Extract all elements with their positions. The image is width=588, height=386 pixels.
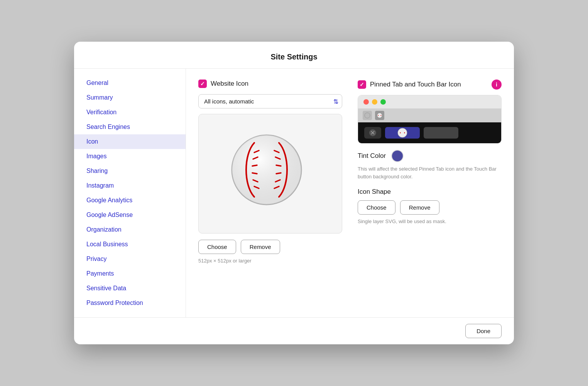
sidebar-item-google-adsense[interactable]: Google AdSense <box>74 208 186 222</box>
icon-buttons-row: Choose Remove <box>198 240 342 254</box>
remove-icon-button[interactable]: Remove <box>241 240 280 254</box>
browser-preview <box>358 95 502 144</box>
tint-color-picker[interactable] <box>391 150 404 162</box>
browser-titlebar <box>358 95 501 108</box>
sidebar-item-privacy[interactable]: Privacy <box>74 252 186 266</box>
icon-size-hint: 512px × 512px or larger <box>198 258 342 264</box>
sidebar-item-sharing[interactable]: Sharing <box>74 164 186 178</box>
touchbar-close-btn <box>364 127 381 139</box>
tint-color-label: Tint Color <box>358 152 386 160</box>
traffic-light-yellow <box>372 99 377 105</box>
baseball-icon <box>228 131 313 216</box>
traffic-light-red <box>363 99 369 105</box>
choose-shape-button[interactable]: Choose <box>358 200 395 215</box>
svg-line-5 <box>252 173 257 174</box>
touchbar-empty-btn <box>424 127 458 139</box>
shape-hint-text: Single layer SVG, will be used as mask. <box>358 218 502 224</box>
sidebar-item-images[interactable]: Images <box>74 149 186 164</box>
browser-tabs-bar <box>358 108 501 122</box>
svg-point-19 <box>398 128 407 137</box>
icon-shape-title: Icon Shape <box>358 188 502 196</box>
modal-body: General Summary Verification Search Engi… <box>74 69 514 317</box>
svg-line-10 <box>276 165 281 166</box>
remove-shape-button[interactable]: Remove <box>400 200 439 215</box>
shape-buttons-row: Choose Remove <box>358 200 502 215</box>
pinned-tab-checkbox[interactable] <box>358 80 366 89</box>
sidebar: General Summary Verification Search Engi… <box>74 69 186 317</box>
sidebar-item-instagram[interactable]: Instagram <box>74 178 186 193</box>
sidebar-item-organization[interactable]: Organization <box>74 222 186 237</box>
choose-icon-button[interactable]: Choose <box>198 240 236 254</box>
left-panel: Website Icon All icons, automatic Favico… <box>198 80 342 306</box>
sidebar-item-password-protection[interactable]: Password Protection <box>74 296 186 310</box>
svg-point-1 <box>232 135 301 205</box>
right-panel: Pinned Tab and Touch Bar Icon i <box>358 80 502 306</box>
tint-color-description: This will affect the selected Pinned Tab… <box>358 165 502 180</box>
svg-point-15 <box>377 113 382 118</box>
pinned-tab-icon-1 <box>363 111 372 120</box>
pinned-tab-icon-2 <box>375 111 384 120</box>
website-icon-title: Website Icon <box>211 80 248 88</box>
icon-preview-area <box>198 114 342 234</box>
sidebar-item-summary[interactable]: Summary <box>74 90 186 105</box>
modal-footer: Done <box>74 317 514 344</box>
sidebar-item-search-engines[interactable]: Search Engines <box>74 120 186 134</box>
done-button[interactable]: Done <box>465 324 502 338</box>
pinned-tab-title: Pinned Tab and Touch Bar Icon <box>370 81 461 88</box>
icon-select[interactable]: All icons, automatic Favicon only Custom <box>198 94 342 108</box>
sidebar-item-sensitive-data[interactable]: Sensitive Data <box>74 281 186 296</box>
svg-line-11 <box>276 173 281 174</box>
sidebar-item-verification[interactable]: Verification <box>74 105 186 120</box>
pinned-tab-header: Pinned Tab and Touch Bar Icon i <box>358 80 502 90</box>
website-icon-checkbox[interactable] <box>198 80 207 88</box>
svg-point-14 <box>365 113 370 118</box>
sidebar-item-general[interactable]: General <box>74 76 186 90</box>
info-button[interactable]: i <box>492 80 502 90</box>
sidebar-item-payments[interactable]: Payments <box>74 266 186 281</box>
sidebar-item-google-analytics[interactable]: Google Analytics <box>74 193 186 208</box>
website-icon-header: Website Icon <box>198 80 342 88</box>
traffic-light-green <box>380 99 386 105</box>
sidebar-item-icon[interactable]: Icon <box>74 134 186 149</box>
main-content: Website Icon All icons, automatic Favico… <box>186 69 514 317</box>
sidebar-item-local-business[interactable]: Local Business <box>74 237 186 252</box>
touchbar-active-btn <box>385 127 420 139</box>
site-settings-modal: Site Settings General Summary Verificati… <box>74 42 514 344</box>
tint-color-row: Tint Color <box>358 150 502 162</box>
svg-line-4 <box>252 165 257 166</box>
touchbar-preview <box>358 122 501 143</box>
modal-title: Site Settings <box>74 42 514 69</box>
icon-select-wrapper: All icons, automatic Favicon only Custom… <box>198 94 342 108</box>
